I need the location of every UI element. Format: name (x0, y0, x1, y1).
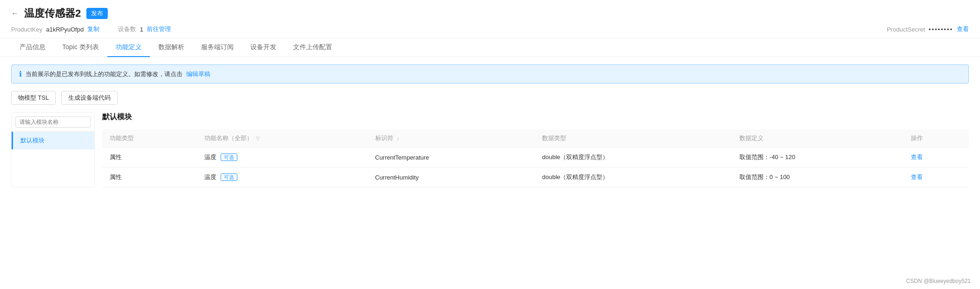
publish-button[interactable]: 发布 (86, 8, 108, 19)
product-secret-label: ProductSecret (887, 26, 925, 33)
col-func-type: 功能类型 (102, 129, 197, 148)
col-func-name: 功能名称（全部） ▽ (197, 129, 368, 148)
banner-text: 当前展示的是已发布到线上的功能定义。如需修改，请点击 (26, 70, 183, 78)
tag-optional-1: 可选 (221, 154, 237, 161)
col-identifier: 标识符 ↕ (368, 129, 535, 148)
meta-row: ProductKey a1kRPyuOfpd 复制 设备数 1 前往管理 Pro… (11, 25, 969, 33)
col-data-type: 数据类型 (535, 129, 732, 148)
tab-data-analysis[interactable]: 数据解析 (150, 39, 193, 57)
sidebar-item-default-module[interactable]: 默认模块 (12, 132, 94, 149)
cell-func-type-2: 属性 (102, 167, 197, 187)
manage-link[interactable]: 前往管理 (147, 25, 171, 33)
header: ← 温度传感器2 发布 ProductKey a1kRPyuOfpd 复制 设备… (0, 0, 980, 39)
product-key-item: ProductKey a1kRPyuOfpd 复制 (11, 25, 99, 33)
table-row: 属性 温度 可选 CurrentHumidity double（双精度浮点型） … (102, 167, 969, 187)
product-secret-value: •••••••• (929, 26, 953, 33)
tab-device-dev[interactable]: 设备开发 (242, 39, 285, 57)
action-view-2[interactable]: 查看 (911, 173, 923, 180)
func-name-text-1: 温度 (204, 154, 216, 161)
cell-func-name-2: 温度 可选 (197, 167, 368, 187)
module-search-input[interactable] (15, 116, 91, 128)
title-row: ← 温度传感器2 发布 (11, 6, 969, 20)
tag-optional-2: 可选 (221, 173, 237, 181)
function-table: 功能类型 功能名称（全部） ▽ 标识符 ↕ 数据类型 数据定义 操作 (102, 129, 969, 187)
tab-topic-list[interactable]: Topic 类列表 (54, 39, 107, 57)
cell-data-type-2: double（双精度浮点型） (535, 167, 732, 187)
device-count-item: 设备数 1 前往管理 (118, 25, 171, 33)
watermark: CSDN @Blueeyedboy521 (906, 278, 971, 284)
table-row: 属性 温度 可选 CurrentTemperature double（双精度浮点… (102, 148, 969, 167)
info-banner: ℹ 当前展示的是已发布到线上的功能定义。如需修改，请点击 编辑草稿 (11, 64, 969, 83)
cell-identifier-2: CurrentHumidity (368, 167, 535, 187)
tab-file-upload[interactable]: 文件上传配置 (285, 39, 340, 57)
content-area: 默认模块 默认模块 功能类型 功能名称（全部） ▽ 标识符 ↕ (11, 112, 969, 187)
device-count-label: 设备数 (118, 25, 136, 33)
info-icon: ℹ (19, 70, 22, 78)
search-box (12, 113, 94, 132)
cell-data-def-1: 取值范围：-40 ~ 120 (732, 148, 903, 167)
banner-link[interactable]: 编辑草稿 (186, 70, 210, 78)
sidebar: 默认模块 (11, 112, 95, 187)
col-action: 操作 (903, 129, 969, 148)
cell-identifier-1: CurrentTemperature (368, 148, 535, 167)
cell-func-type-1: 属性 (102, 148, 197, 167)
section-title: 默认模块 (102, 112, 969, 122)
device-count-value: 1 (140, 26, 143, 33)
copy-link[interactable]: 复制 (87, 25, 99, 33)
func-name-filter-icon[interactable]: ▽ (256, 135, 260, 141)
main-content: ℹ 当前展示的是已发布到线上的功能定义。如需修改，请点击 编辑草稿 物模型 TS… (0, 57, 980, 195)
tab-function-def[interactable]: 功能定义 (107, 39, 150, 57)
view-secret-link[interactable]: 查看 (957, 25, 969, 33)
tabs: 产品信息 Topic 类列表 功能定义 数据解析 服务端订阅 设备开发 文件上传… (0, 39, 980, 57)
cell-data-def-2: 取值范围：0 ~ 100 (732, 167, 903, 187)
action-view-1[interactable]: 查看 (911, 154, 923, 161)
product-secret-item: ProductSecret •••••••• 查看 (887, 25, 969, 33)
tab-service-subscribe[interactable]: 服务端订阅 (193, 39, 242, 57)
cell-data-type-1: double（双精度浮点型） (535, 148, 732, 167)
product-key-value: a1kRPyuOfpd (46, 26, 84, 33)
func-name-text-2: 温度 (204, 173, 216, 180)
generate-code-button[interactable]: 生成设备端代码 (61, 91, 118, 105)
cell-action-1: 查看 (903, 148, 969, 167)
product-key-label: ProductKey (11, 26, 42, 33)
cell-func-name-1: 温度 可选 (197, 148, 368, 167)
table-area: 默认模块 功能类型 功能名称（全部） ▽ 标识符 ↕ 数据类型 (102, 112, 969, 187)
toolbar: 物模型 TSL 生成设备端代码 (11, 91, 969, 105)
tab-product-info[interactable]: 产品信息 (11, 39, 54, 57)
page-title: 温度传感器2 (24, 6, 81, 20)
tsl-button[interactable]: 物模型 TSL (11, 91, 56, 105)
cell-action-2: 查看 (903, 167, 969, 187)
table-header-row: 功能类型 功能名称（全部） ▽ 标识符 ↕ 数据类型 数据定义 操作 (102, 129, 969, 148)
back-button[interactable]: ← (11, 9, 19, 18)
identifier-sort-icon[interactable]: ↕ (397, 135, 399, 141)
col-data-def: 数据定义 (732, 129, 903, 148)
